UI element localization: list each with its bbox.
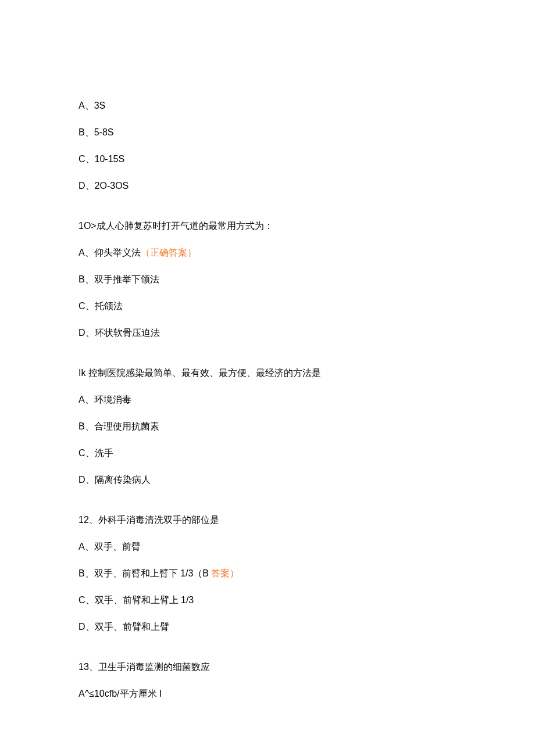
question-10-option-c: C、托颌法 [79,299,456,313]
question-11-stem: Ik 控制医院感染最简单、最有效、最方便、最经济的方法是 [79,366,456,380]
option-a-text: A、3S [79,101,105,110]
question-10-option-d: D、环状软骨压迫法 [79,326,456,340]
question-12: 12、外科手消毒清洗双手的部位是 A、双手、前臂 B、双手、前臂和上臂下 1/3… [79,513,456,634]
question-11: Ik 控制医院感染最简单、最有效、最方便、最经济的方法是 A、环境消毒 B、合理… [79,366,456,487]
option-c: C、10-15S [79,152,456,166]
question-10-stem: 1O>成人心肺复苏时打开气道的最常用方式为： [79,219,456,233]
question-11-option-a: A、环境消毒 [79,393,456,407]
correct-answer-mark: 答案） [211,568,239,578]
question-12-option-b: B、双手、前臂和上臂下 1/3（B 答案） [79,567,456,581]
option-c-text: C、10-15S [79,154,124,164]
option-b-text: B、5-8S [79,127,113,137]
question-12-option-b-text: B、双手、前臂和上臂下 1/3（B [79,568,211,578]
question-12-option-c: C、双手、前臂和上臂上 1/3 [79,593,456,607]
question-11-option-d: D、隔离传染病人 [79,473,456,487]
option-b: B、5-8S [79,126,456,139]
question-11-option-b: B、合理使用抗菌素 [79,420,456,433]
question-11-option-c: C、洗手 [79,446,456,460]
option-a: A、3S [79,99,456,113]
question-10-option-a: A、仰头举义法（正确答案） [79,246,456,260]
question-12-option-a: A、双手、前臂 [79,540,456,554]
question-13-option-a: A^≤10cfb/平方厘米 I [79,687,456,701]
question-13: 13、卫生手消毒监测的细菌数应 A^≤10cfb/平方厘米 I [79,660,456,701]
question-10-option-b: B、双手推举下颌法 [79,273,456,286]
question-12-option-d: D、双手、前臂和上臂 [79,620,456,634]
question-13-stem: 13、卫生手消毒监测的细菌数应 [79,660,456,674]
question-12-stem: 12、外科手消毒清洗双手的部位是 [79,513,456,527]
correct-answer-mark: （正确答案） [141,248,197,257]
option-d-text: D、2O-3OS [79,181,129,191]
option-d: D、2O-3OS [79,179,456,193]
question-10-option-a-text: A、仰头举义法 [79,248,141,257]
question-10: 1O>成人心肺复苏时打开气道的最常用方式为： A、仰头举义法（正确答案） B、双… [79,219,456,340]
